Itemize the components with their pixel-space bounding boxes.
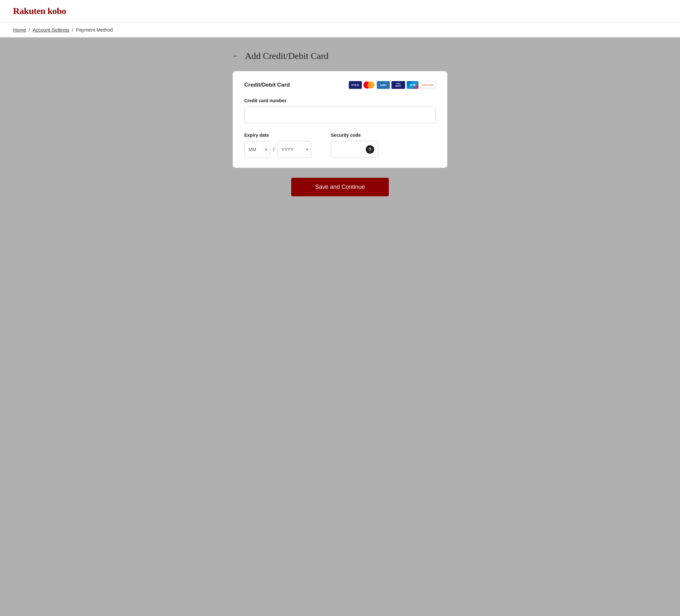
site-header: Rakuten kobo (0, 0, 680, 23)
breadcrumb-account-settings[interactable]: Account Settings (33, 27, 69, 33)
card-form-container: Credit/Debit Card VISA AMEX VISADEBIT JC… (232, 71, 448, 168)
visa-logo: VISA (349, 81, 362, 89)
breadcrumb: Home / Account Settings / Payment Method (0, 23, 680, 38)
mastercard-circle-orange (367, 81, 374, 89)
page-title: Add Credit/Debit Card (245, 51, 329, 61)
amex-logo: AMEX (377, 81, 390, 89)
page-header: ← Add Credit/Debit Card (232, 51, 448, 61)
expiry-inputs: MM 01 02 03 04 05 06 07 08 09 10 11 (244, 141, 311, 158)
jcb-logo: JCB (407, 81, 419, 89)
site-logo[interactable]: Rakuten kobo (13, 6, 667, 16)
security-input-wrapper: ? (331, 141, 378, 158)
breadcrumb-current: Payment Method (76, 27, 113, 33)
month-select[interactable]: MM 01 02 03 04 05 06 07 08 09 10 11 (244, 141, 270, 158)
save-continue-button[interactable]: Save and Continue (291, 178, 389, 196)
main-content: ← Add Credit/Debit Card Credit/Debit Car… (0, 38, 680, 209)
mastercard-logo (364, 81, 375, 89)
security-code-label: Security code (331, 133, 378, 138)
breadcrumb-sep-1: / (29, 27, 30, 33)
year-select[interactable]: YYYY 2024 2025 2026 2027 2028 2029 2030 … (277, 141, 311, 158)
visa-debit-logo: VISADEBIT (392, 81, 405, 89)
credit-card-number-input[interactable] (244, 107, 436, 123)
year-wrapper: YYYY 2024 2025 2026 2027 2028 2029 2030 … (277, 141, 311, 158)
slash-divider: / (272, 146, 275, 153)
card-logos: VISA AMEX VISADEBIT JCB DISCOVER (349, 81, 436, 89)
expiry-label: Expiry date (244, 133, 311, 138)
month-wrapper: MM 01 02 03 04 05 06 07 08 09 10 11 (244, 141, 270, 158)
back-button[interactable]: ← (232, 52, 240, 60)
security-help-icon[interactable]: ? (366, 145, 374, 154)
expiry-section: Expiry date MM 01 02 03 04 05 06 07 08 (244, 133, 311, 158)
breadcrumb-home[interactable]: Home (13, 27, 26, 33)
card-form-title: Credit/Debit Card (244, 82, 290, 88)
breadcrumb-sep-2: / (72, 27, 73, 33)
expiry-security-row: Expiry date MM 01 02 03 04 05 06 07 08 (244, 133, 436, 158)
card-form-header: Credit/Debit Card VISA AMEX VISADEBIT JC… (244, 81, 436, 89)
credit-card-number-label: Credit card number (244, 98, 436, 103)
credit-card-number-section: Credit card number (244, 98, 436, 133)
security-section: Security code ? (331, 133, 378, 158)
discover-logo: DISCOVER (420, 81, 436, 89)
